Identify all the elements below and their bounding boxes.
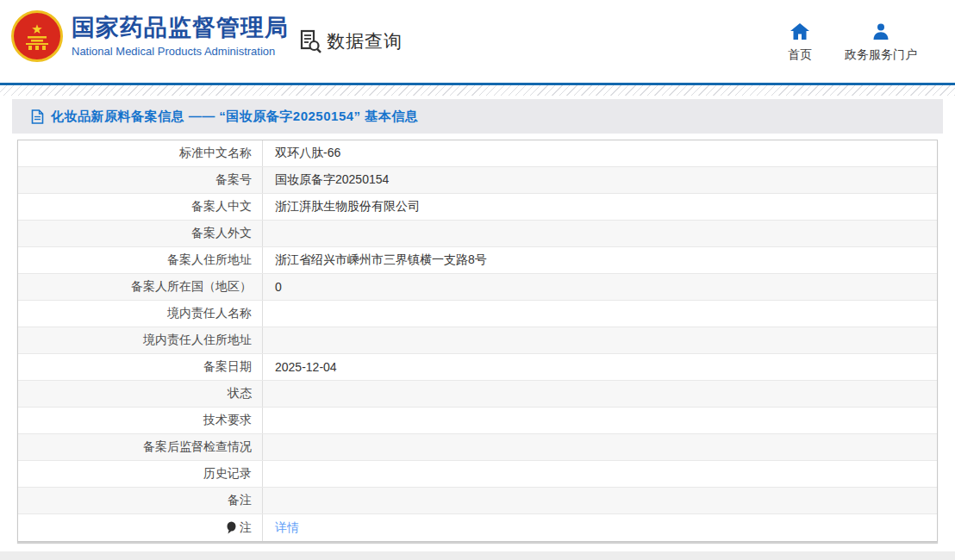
nav-home[interactable]: 首页 bbox=[788, 23, 812, 63]
row-label: 注 bbox=[18, 514, 263, 541]
nav-portal-label: 政务服务门户 bbox=[845, 47, 917, 63]
org-name-zh: 国家药品监督管理局 bbox=[72, 15, 289, 41]
row-label: 技术要求 bbox=[18, 408, 263, 433]
table-row: 备案日期 2025-12-04 bbox=[18, 354, 937, 381]
table-row: 备案后监督检查情况 bbox=[18, 434, 937, 461]
table-row: 备案人所在国（地区） 0 bbox=[18, 274, 937, 301]
row-label: 备注 bbox=[18, 488, 263, 513]
home-icon bbox=[790, 23, 809, 40]
table-row: 备案人住所地址 浙江省绍兴市嵊州市三界镇横一支路8号 bbox=[18, 247, 937, 274]
page-title-bar: 化妆品新原料备案信息 —— “国妆原备字20250154” 基本信息 bbox=[12, 99, 943, 134]
data-query-tab[interactable]: 数据查询 bbox=[297, 28, 403, 54]
data-query-label: 数据查询 bbox=[327, 29, 403, 53]
row-value: 浙江湃肽生物股份有限公司 bbox=[263, 199, 937, 215]
table-row: 历史记录 bbox=[18, 461, 937, 488]
table-row: 备案号 国妆原备字20250154 bbox=[18, 167, 937, 194]
row-label: 备案日期 bbox=[18, 354, 263, 380]
row-value: 详情 bbox=[263, 520, 937, 536]
document-search-icon bbox=[297, 28, 323, 54]
filing-info-table: 标准中文名称 双环八肽-66 备案号 国妆原备字20250154 备案人中文 浙… bbox=[17, 140, 938, 542]
logo-text: 国家药品监督管理局 National Medical Products Admi… bbox=[72, 15, 289, 57]
table-row: 备案人外文 bbox=[18, 221, 937, 247]
user-icon bbox=[872, 23, 889, 40]
row-label: 备案人所在国（地区） bbox=[18, 274, 263, 300]
row-label: 历史记录 bbox=[18, 461, 263, 487]
details-link[interactable]: 详情 bbox=[275, 520, 299, 534]
row-value: 0 bbox=[263, 280, 937, 294]
nmpa-logo[interactable]: ★ 国家药品监督管理局 National Medical Products Ad… bbox=[11, 10, 289, 62]
row-label: 标准中文名称 bbox=[18, 140, 263, 166]
table-row: 技术要求 bbox=[18, 408, 937, 434]
row-label: 状态 bbox=[18, 381, 263, 407]
tiananmen-gate-icon bbox=[24, 36, 50, 50]
star-icon: ★ bbox=[31, 22, 42, 35]
stripe-band bbox=[0, 85, 955, 96]
row-value: 国妆原备字20250154 bbox=[263, 172, 937, 188]
note-icon bbox=[226, 521, 237, 534]
table-row: 境内责任人住所地址 bbox=[18, 327, 937, 354]
row-label-text: 注 bbox=[240, 520, 252, 536]
row-label: 备案人外文 bbox=[18, 221, 263, 246]
footer-strip bbox=[0, 551, 955, 560]
row-value: 双环八肽-66 bbox=[263, 146, 937, 161]
national-emblem-icon: ★ bbox=[11, 10, 63, 62]
document-icon bbox=[31, 109, 44, 124]
row-label: 境内责任人名称 bbox=[18, 301, 263, 327]
row-value: 浙江省绍兴市嵊州市三界镇横一支路8号 bbox=[263, 252, 937, 268]
row-label: 备案人中文 bbox=[18, 194, 263, 220]
page: ★ 国家药品监督管理局 National Medical Products Ad… bbox=[0, 0, 955, 560]
table-row: 标准中文名称 双环八肽-66 bbox=[18, 140, 937, 167]
nav-home-label: 首页 bbox=[788, 47, 812, 63]
table-row: 状态 bbox=[18, 381, 937, 408]
row-label: 备案后监督检查情况 bbox=[18, 434, 263, 460]
row-label: 备案人住所地址 bbox=[18, 247, 263, 273]
table-row: 境内责任人名称 bbox=[18, 301, 937, 327]
org-name-en: National Medical Products Administration bbox=[72, 45, 289, 58]
table-row: 备案人中文 浙江湃肽生物股份有限公司 bbox=[18, 194, 937, 221]
nav-portal[interactable]: 政务服务门户 bbox=[845, 23, 917, 63]
header-nav: 首页 政务服务门户 bbox=[788, 23, 917, 63]
row-label: 境内责任人住所地址 bbox=[18, 327, 263, 353]
row-label: 备案号 bbox=[18, 167, 263, 193]
table-row: 备注 bbox=[18, 488, 937, 514]
page-title: 化妆品新原料备案信息 —— “国妆原备字20250154” 基本信息 bbox=[51, 109, 418, 125]
header: ★ 国家药品监督管理局 National Medical Products Ad… bbox=[0, 0, 955, 83]
table-row: 注 详情 bbox=[18, 514, 937, 541]
row-value: 2025-12-04 bbox=[263, 360, 937, 374]
